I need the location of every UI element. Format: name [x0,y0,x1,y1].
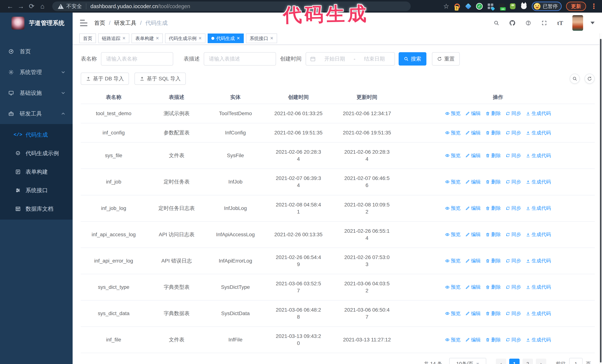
paused-extension-badge[interactable]: 已暂停 [532,2,562,11]
sync-link[interactable]: 同步 [506,130,521,136]
font-size-icon[interactable]: tT [556,19,564,27]
generate-code-link[interactable]: 生成代码 [526,130,551,136]
tab-3[interactable]: 代码生成示例✕ [165,33,205,43]
on-ext-icon[interactable]: on [498,3,505,10]
sync-link[interactable]: 同步 [506,231,521,238]
extensions-puppet-icon[interactable] [520,3,527,10]
delete-link[interactable]: 删除 [485,231,501,238]
delete-link[interactable]: 删除 [485,152,501,159]
fullscreen-icon[interactable] [540,19,548,27]
edit-link[interactable]: 编辑 [465,205,481,211]
sidebar-item-1[interactable]: 系统管理 [0,62,73,83]
generate-code-link[interactable]: 生成代码 [526,337,551,343]
reset-button[interactable]: 重置 [432,52,460,65]
app-logo-row[interactable]: 芋道管理系统 [0,13,73,31]
delete-link[interactable]: 删除 [485,179,501,185]
edit-link[interactable]: 编辑 [465,130,481,136]
preview-link[interactable]: 预览 [445,205,461,211]
sync-link[interactable]: 同步 [506,337,521,343]
scrollbar-thumb[interactable] [600,39,602,363]
preview-link[interactable]: 预览 [445,179,461,185]
tab-5[interactable]: 系统接口✕ [246,33,277,43]
toggle-search-button[interactable] [570,74,580,84]
sync-link[interactable]: 同步 [506,152,521,159]
sync-link[interactable]: 同步 [506,205,521,211]
breadcrumb-item-1[interactable]: 研发工具 [114,19,136,27]
next-page-button[interactable]: › [536,359,546,364]
sync-link[interactable]: 同步 [506,310,521,317]
preview-link[interactable]: 预览 [445,337,461,343]
generate-code-link[interactable]: 生成代码 [526,152,551,159]
hamburger-icon[interactable] [80,20,87,26]
sync-link[interactable]: 同步 [506,110,521,117]
edit-link[interactable]: 编辑 [465,258,481,264]
onetab-ext-icon[interactable]: 1 [454,3,461,10]
preview-link[interactable]: 预览 [445,231,461,238]
page-button-1[interactable]: 1 [509,359,520,364]
search-icon[interactable] [493,19,500,27]
refresh-table-button[interactable] [585,74,595,84]
avatar-caret-icon[interactable] [591,22,595,24]
gem-ext-icon[interactable] [465,3,472,10]
security-label[interactable]: 不安全 [66,3,82,10]
sidebar-item-2[interactable]: 基础设施 [0,83,73,103]
delete-link[interactable]: 删除 [485,284,501,290]
generate-code-link[interactable]: 生成代码 [526,179,551,185]
grid-ext-icon[interactable] [487,3,494,10]
edit-link[interactable]: 编辑 [465,152,481,159]
generate-code-link[interactable]: 生成代码 [526,110,551,117]
generate-code-link[interactable]: 生成代码 [526,205,551,211]
forward-icon[interactable]: → [16,2,26,11]
preview-link[interactable]: 预览 [445,130,461,136]
page-button-2[interactable]: 2 [523,359,533,364]
avatar[interactable] [572,15,583,31]
date-end-placeholder[interactable]: 结束日期 [358,55,390,62]
tab-2[interactable]: 表单构建✕ [131,33,163,43]
page-size-select[interactable]: 10条/页 [449,358,486,364]
preview-link[interactable]: 预览 [445,110,461,117]
edit-link[interactable]: 编辑 [465,310,481,317]
generate-code-link[interactable]: 生成代码 [526,310,551,317]
edit-link[interactable]: 编辑 [465,284,481,290]
import-sql-button[interactable]: 基于 SQL 导入 [134,73,186,85]
preview-link[interactable]: 预览 [445,310,461,317]
preview-link[interactable]: 预览 [445,258,461,264]
delete-link[interactable]: 删除 [485,258,501,264]
date-range-picker[interactable]: 开始日期 - 结束日期 [306,52,395,65]
home-icon[interactable]: ⌂ [37,2,48,11]
table-desc-input[interactable] [204,52,276,65]
delete-link[interactable]: 删除 [485,110,501,117]
tab-4[interactable]: 代码生成✕ [208,33,244,43]
breadcrumb-item-0[interactable]: 首页 [94,19,105,27]
question-icon[interactable] [525,19,532,27]
submenu-item-3[interactable]: 系统接口 [0,181,73,200]
delete-link[interactable]: 删除 [485,205,501,211]
delete-link[interactable]: 删除 [485,337,501,343]
edit-link[interactable]: 编辑 [465,110,481,117]
tab-close-icon[interactable]: ✕ [236,36,240,41]
check-ext-icon[interactable]: ✓ [476,3,483,10]
url-host[interactable]: dashboard.yudao.iocoder.cn [90,3,158,10]
green-ext-icon[interactable] [509,3,516,10]
sidebar-item-3[interactable]: 研发工具 [0,103,73,124]
sync-link[interactable]: 同步 [506,284,521,290]
prev-page-button[interactable]: ‹ [496,359,506,364]
preview-link[interactable]: 预览 [445,284,461,290]
sync-link[interactable]: 同步 [506,179,521,185]
delete-link[interactable]: 删除 [485,130,501,136]
sync-link[interactable]: 同步 [506,258,521,264]
generate-code-link[interactable]: 生成代码 [526,258,551,264]
reload-icon[interactable]: ⟳ [26,2,37,11]
delete-link[interactable]: 删除 [485,310,501,317]
back-icon[interactable]: ← [5,2,16,11]
generate-code-link[interactable]: 生成代码 [526,231,551,238]
table-name-input[interactable] [101,52,173,65]
edit-link[interactable]: 编辑 [465,179,481,185]
tab-1[interactable]: 链路追踪✕ [98,33,129,43]
tab-close-icon[interactable]: ✕ [270,36,273,41]
edit-link[interactable]: 编辑 [465,231,481,238]
sidebar-item-0[interactable]: 首页 [0,41,73,62]
submenu-item-4[interactable]: 数据库文档 [0,200,73,218]
github-icon[interactable] [509,19,516,27]
tab-close-icon[interactable]: ✕ [122,36,126,41]
